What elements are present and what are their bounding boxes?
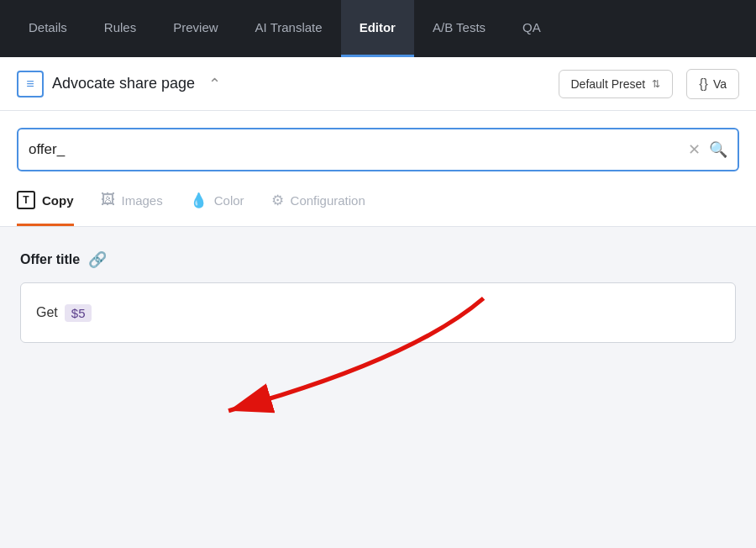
preset-label: Default Preset — [571, 77, 646, 91]
tab-configuration[interactable]: ⚙ Configuration — [271, 180, 365, 226]
section-title: Offer title — [20, 252, 80, 267]
header-left: ≡ Advocate share page ⌃ — [17, 71, 545, 97]
editor-token: $5 — [65, 304, 92, 322]
offer-title-section-header: Offer title 🔗 — [20, 250, 736, 269]
copy-tab-icon: T — [17, 191, 35, 209]
title-chevron-icon[interactable]: ⌃ — [208, 75, 221, 93]
nav-ai-translate[interactable]: AI Translate — [237, 0, 341, 57]
preset-arrows-icon: ⇅ — [652, 78, 660, 90]
images-tab-icon: 🖼 — [101, 192, 115, 208]
tab-color[interactable]: 💧 Color — [190, 180, 244, 226]
color-tab-label: Color — [214, 193, 244, 208]
content-area: Offer title 🔗 Get $5 — [0, 227, 756, 548]
arrow-overlay — [0, 227, 756, 548]
page-title: Advocate share page — [52, 75, 195, 92]
config-tab-label: Configuration — [291, 193, 365, 208]
var-label: Va — [713, 77, 727, 91]
header-bar: ≡ Advocate share page ⌃ Default Preset ⇅… — [0, 57, 756, 111]
images-tab-label: Images — [122, 193, 163, 208]
tab-copy[interactable]: T Copy — [17, 180, 74, 226]
tab-images[interactable]: 🖼 Images — [101, 180, 163, 226]
search-container: ✕ 🔍 — [0, 111, 756, 180]
preset-dropdown[interactable]: Default Preset ⇅ — [559, 70, 674, 98]
top-navigation: Details Rules Preview AI Translate Edito… — [0, 0, 756, 57]
page-icon-symbol: ≡ — [26, 76, 34, 92]
offer-title-editor[interactable]: Get $5 — [20, 282, 736, 343]
search-magnify-icon[interactable]: 🔍 — [709, 140, 727, 159]
config-tab-icon: ⚙ — [271, 192, 284, 209]
search-input[interactable] — [29, 141, 688, 158]
nav-ab-tests[interactable]: A/B Tests — [414, 0, 504, 57]
copy-tab-label: Copy — [42, 193, 74, 208]
content-tabs: T Copy 🖼 Images 💧 Color ⚙ Configuration — [0, 180, 756, 227]
editor-text: Get — [36, 305, 58, 320]
search-bar: ✕ 🔍 — [17, 128, 739, 171]
nav-qa[interactable]: QA — [504, 0, 559, 57]
color-tab-icon: 💧 — [190, 192, 207, 209]
nav-rules[interactable]: Rules — [86, 0, 155, 57]
link-icon[interactable]: 🔗 — [88, 250, 107, 269]
clear-search-icon[interactable]: ✕ — [688, 140, 701, 159]
var-braces-icon: {} — [699, 76, 708, 92]
nav-preview[interactable]: Preview — [155, 0, 236, 57]
nav-details[interactable]: Details — [10, 0, 86, 57]
nav-editor[interactable]: Editor — [341, 0, 414, 57]
variables-button[interactable]: {} Va — [686, 69, 739, 99]
page-type-icon: ≡ — [17, 71, 44, 97]
